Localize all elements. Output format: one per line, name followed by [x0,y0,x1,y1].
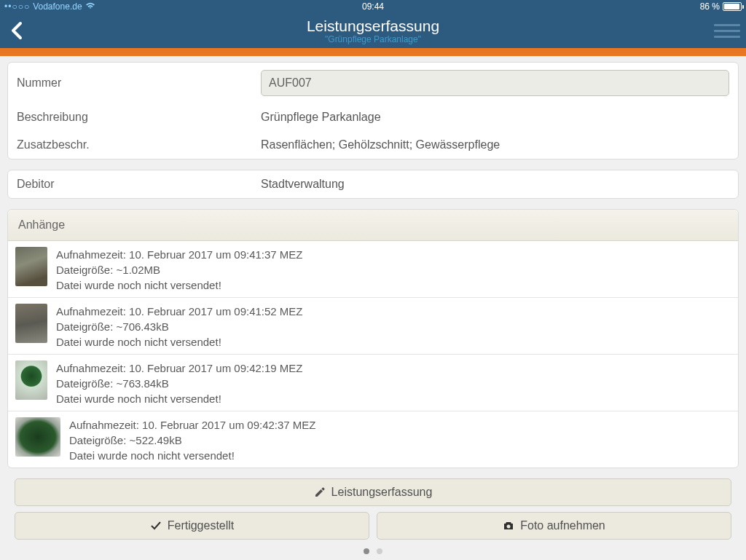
extra-desc-label: Zusatzbeschr. [17,138,261,151]
status-bar: ••○○○ Vodafone.de 09:44 86 % [0,0,746,13]
attachment-status: Datei wurde noch nicht versendet! [56,279,303,291]
attachment-status: Datei wurde noch nicht versendet! [56,393,303,405]
pencil-icon [314,486,326,498]
attachment-size: Dateigröße: ~522.49kB [69,434,316,446]
take-photo-button[interactable]: Foto aufnehmen [377,512,731,540]
attachment-thumbnail-icon [15,360,47,400]
attachment-thumbnail-icon [15,247,47,286]
description-value: Grünpflege Parkanlage [261,111,729,124]
number-value: AUF007 [269,76,312,90]
page-dot [377,548,382,554]
attachments-card: Anhänge Aufnahmezeit: 10. Februar 2017 u… [7,209,739,468]
attachment-status: Datei wurde noch nicht versendet! [69,449,316,462]
accent-bar [0,48,746,56]
attachment-row[interactable]: Aufnahmezeit: 10. Februar 2017 um 09:42:… [8,411,738,468]
capture-service-button[interactable]: Leistungserfassung [15,478,731,506]
attachment-size: Dateigröße: ~763.84kB [56,377,303,390]
attachment-time: Aufnahmezeit: 10. Februar 2017 um 09:41:… [56,305,303,318]
attachment-row[interactable]: Aufnahmezeit: 10. Februar 2017 um 09:41:… [8,241,738,298]
camera-icon [503,520,514,532]
attachment-row[interactable]: Aufnahmezeit: 10. Februar 2017 um 09:41:… [8,298,738,355]
order-details-card: Nummer AUF007 Beschreibung Grünpflege Pa… [7,62,739,159]
extra-desc-value: Rasenflächen; Gehölzschnitt; Gewässerpfl… [261,138,729,151]
debitor-value: Stadtverwaltung [261,178,729,191]
attachment-thumbnail-icon [15,304,47,343]
page-subtitle: "Grünpflege Parkanlage" [0,34,746,44]
attachment-size: Dateigröße: ~1.02MB [56,264,303,276]
take-photo-label: Foto aufnehmen [520,519,605,532]
page-title: Leistungserfassung [0,17,746,35]
attachment-size: Dateigröße: ~706.43kB [56,320,303,333]
complete-label: Fertiggestellt [168,519,235,532]
debitor-card: Debitor Stadtverwaltung [7,170,739,199]
check-icon [150,520,162,532]
attachment-status: Datei wurde noch nicht versendet! [56,336,303,348]
page-dot-active [364,548,369,554]
battery-icon [723,2,742,11]
attachment-time: Aufnahmezeit: 10. Februar 2017 um 09:41:… [56,248,303,261]
status-time: 09:44 [0,1,746,12]
menu-button[interactable] [714,19,740,42]
attachment-row[interactable]: Aufnahmezeit: 10. Februar 2017 um 09:42:… [8,355,738,411]
attachment-time: Aufnahmezeit: 10. Februar 2017 um 09:42:… [56,362,303,374]
number-label: Nummer [17,76,261,90]
debitor-label: Debitor [17,178,261,191]
attachment-thumbnail-icon [15,417,60,457]
attachment-time: Aufnahmezeit: 10. Februar 2017 um 09:42:… [69,419,316,431]
attachments-header: Anhänge [8,210,738,241]
app-header: Leistungserfassung "Grünpflege Parkanlag… [0,13,746,48]
description-label: Beschreibung [17,111,261,124]
capture-service-label: Leistungserfassung [331,486,433,499]
complete-button[interactable]: Fertiggestellt [15,512,369,540]
number-field[interactable]: AUF007 [261,70,729,96]
page-indicator[interactable] [7,544,739,557]
menu-icon [714,24,740,26]
